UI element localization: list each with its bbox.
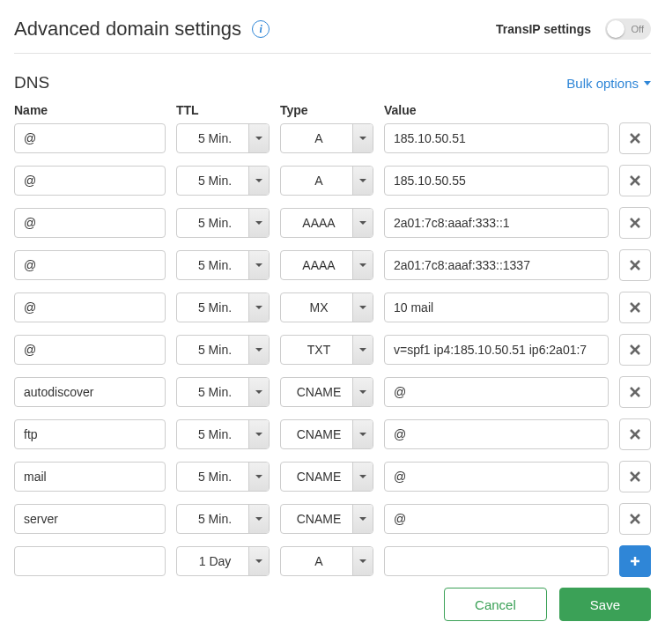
save-button[interactable]: Save xyxy=(559,588,651,621)
dns-ttl-select[interactable] xyxy=(176,546,270,576)
dns-row xyxy=(14,122,651,154)
dns-ttl-select[interactable] xyxy=(176,292,270,322)
page-title: Advanced domain settings xyxy=(14,18,241,41)
dns-name-input[interactable] xyxy=(14,419,166,449)
dns-type-select[interactable] xyxy=(280,208,373,238)
toggle-knob xyxy=(607,20,624,38)
delete-row-button[interactable] xyxy=(619,334,651,366)
delete-row-button[interactable] xyxy=(619,207,651,239)
dns-name-input[interactable] xyxy=(14,250,166,280)
dns-ttl-select[interactable] xyxy=(176,462,270,492)
dns-value-input[interactable] xyxy=(384,123,609,153)
dns-ttl-select[interactable] xyxy=(176,123,270,153)
dns-name-input[interactable] xyxy=(14,377,166,407)
column-header-value: Value xyxy=(384,103,610,117)
dns-value-input[interactable] xyxy=(384,250,609,280)
delete-row-button[interactable] xyxy=(619,292,651,323)
dns-row xyxy=(14,249,651,281)
delete-row-button[interactable] xyxy=(619,376,651,408)
dns-ttl-select[interactable] xyxy=(176,419,270,449)
dns-row xyxy=(14,165,651,196)
dns-value-input[interactable] xyxy=(384,292,609,322)
dns-value-input[interactable] xyxy=(384,462,609,492)
dns-value-input[interactable] xyxy=(384,546,609,576)
delete-row-button[interactable] xyxy=(619,418,651,450)
header: Advanced domain settings i TransIP setti… xyxy=(14,18,651,54)
chevron-down-icon xyxy=(644,81,651,85)
dns-value-input[interactable] xyxy=(384,166,609,196)
dns-name-input[interactable] xyxy=(14,123,166,153)
bulk-options-label: Bulk options xyxy=(566,76,639,91)
dns-name-input[interactable] xyxy=(14,292,166,322)
dns-type-select[interactable] xyxy=(280,335,373,365)
dns-value-input[interactable] xyxy=(384,208,609,238)
bulk-options-link[interactable]: Bulk options xyxy=(566,76,651,91)
form-actions: Cancel Save xyxy=(14,588,651,621)
dns-table: Name TTL Type Value xyxy=(14,103,651,577)
dns-type-select[interactable] xyxy=(280,462,373,492)
dns-value-input[interactable] xyxy=(384,504,609,534)
dns-type-select[interactable] xyxy=(280,377,373,407)
dns-table-header: Name TTL Type Value xyxy=(14,103,651,117)
transip-settings-toggle[interactable]: Off xyxy=(605,19,651,40)
dns-name-input[interactable] xyxy=(14,546,166,576)
transip-settings-label: TransIP settings xyxy=(496,22,591,36)
toggle-state-label: Off xyxy=(632,24,644,34)
column-header-type: Type xyxy=(280,103,373,117)
dns-value-input[interactable] xyxy=(384,419,609,449)
dns-section-title: DNS xyxy=(14,73,49,93)
dns-ttl-select[interactable] xyxy=(176,377,270,407)
add-row-button[interactable] xyxy=(619,545,651,577)
cancel-button[interactable]: Cancel xyxy=(444,588,547,621)
dns-row xyxy=(14,503,651,535)
dns-ttl-select[interactable] xyxy=(176,208,270,238)
info-icon[interactable]: i xyxy=(252,20,270,38)
dns-type-select[interactable] xyxy=(280,504,373,534)
dns-row xyxy=(14,418,651,450)
dns-type-select[interactable] xyxy=(280,419,373,449)
dns-ttl-select[interactable] xyxy=(176,250,270,280)
dns-type-select[interactable] xyxy=(280,123,373,153)
dns-type-select[interactable] xyxy=(280,292,373,322)
dns-row xyxy=(14,292,651,323)
dns-ttl-select[interactable] xyxy=(176,166,270,196)
dns-row xyxy=(14,461,651,492)
dns-value-input[interactable] xyxy=(384,377,609,407)
dns-row xyxy=(14,376,651,408)
delete-row-button[interactable] xyxy=(619,122,651,154)
dns-name-input[interactable] xyxy=(14,166,166,196)
delete-row-button[interactable] xyxy=(619,461,651,492)
delete-row-button[interactable] xyxy=(619,503,651,535)
dns-new-row xyxy=(14,545,651,577)
delete-row-button[interactable] xyxy=(619,249,651,281)
dns-ttl-select[interactable] xyxy=(176,335,270,365)
dns-name-input[interactable] xyxy=(14,462,166,492)
dns-name-input[interactable] xyxy=(14,335,166,365)
dns-name-input[interactable] xyxy=(14,208,166,238)
dns-ttl-select[interactable] xyxy=(176,504,270,534)
column-header-ttl: TTL xyxy=(176,103,270,117)
dns-row xyxy=(14,207,651,239)
dns-value-input[interactable] xyxy=(384,335,609,365)
dns-type-select[interactable] xyxy=(280,250,373,280)
delete-row-button[interactable] xyxy=(619,165,651,196)
dns-row xyxy=(14,334,651,366)
column-header-name: Name xyxy=(14,103,166,117)
dns-type-select[interactable] xyxy=(280,546,373,576)
dns-name-input[interactable] xyxy=(14,504,166,534)
dns-type-select[interactable] xyxy=(280,166,373,196)
